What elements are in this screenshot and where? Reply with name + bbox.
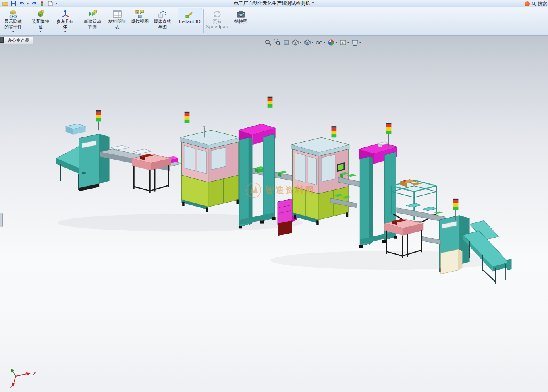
hide-show-items-icon[interactable]: [316, 39, 326, 46]
toolbar-separator: [176, 9, 176, 33]
dropdown-caret-icon[interactable]: [359, 42, 361, 44]
headsup-view-toolbar: [264, 39, 361, 46]
file-properties-icon[interactable]: [47, 0, 54, 6]
dropdown-caret-icon[interactable]: [311, 42, 314, 44]
signal-tower-light: [96, 110, 101, 130]
watermark: 智造资料网: [245, 182, 315, 199]
toolbar-button-label: 爆炸视图: [131, 19, 149, 25]
press-tower-1: [239, 124, 276, 229]
assembly-features-icon: [35, 9, 46, 19]
watermark-logo-icon: [245, 182, 262, 199]
toolbar-separator: [27, 9, 27, 33]
undo-dropdown-caret[interactable]: [27, 3, 29, 5]
dropdown-caret-icon[interactable]: [12, 31, 15, 34]
toolbar-button-label: 装配体特征: [30, 19, 51, 30]
quick-access-toolbar: [0, 0, 58, 6]
toolbar-button-bill-of-materials[interactable]: 材料明细表: [105, 8, 129, 31]
toolbar-button-label: 材料明细表: [106, 19, 128, 30]
new-motion-study-icon: [87, 9, 98, 19]
toolbar-button-show-hidden-components[interactable]: 显示隐藏的零部件: [1, 8, 25, 35]
toolbar-separator: [79, 9, 79, 33]
pink-work-table: [132, 154, 171, 193]
view-orientation-icon[interactable]: [292, 39, 302, 46]
dropdown-caret-icon[interactable]: [299, 42, 302, 44]
options-dropdown-caret[interactable]: [55, 3, 58, 5]
dropdown-caret-icon[interactable]: [347, 42, 349, 44]
toolbar-button-assembly-features[interactable]: 装配体特征: [28, 8, 53, 35]
open-document-icon[interactable]: [2, 0, 9, 6]
signal-tower-light: [268, 97, 273, 125]
save-icon[interactable]: [10, 0, 17, 6]
toolbar-button-reference-geometry[interactable]: 参考几何体: [53, 8, 77, 35]
toolbar-button-label: 拍快照: [234, 19, 247, 25]
dropdown-caret-icon[interactable]: [64, 31, 67, 34]
reference-geometry-icon: [60, 9, 70, 19]
edit-appearance-icon[interactable]: [328, 39, 338, 46]
explode-line-sketch-icon: [157, 9, 168, 19]
toolbar-button-label: 爆炸直线草图: [152, 19, 173, 30]
toolbar-button-explode-line-sketch[interactable]: 爆炸直线草图: [150, 8, 175, 31]
dropdown-caret-icon[interactable]: [323, 42, 326, 44]
solidworks-window: 电子厂自动化无化生产线测试检测机 * 搜索 显示隐藏的零部件 装配体特征: [0, 0, 548, 392]
toolbar-button-label: Instant3D: [179, 19, 201, 25]
toolbar-button-instant3d[interactable]: Instant3D: [178, 8, 202, 25]
toolbar-button-label: 更新Speedpak: [206, 19, 228, 30]
apply-scene-icon[interactable]: [340, 39, 349, 46]
side-tab-office-products[interactable]: 办公室产品: [4, 37, 33, 44]
search-input[interactable]: 搜索: [538, 0, 547, 7]
coordinate-triad: X Z: [8, 364, 41, 389]
undo-icon[interactable]: [18, 0, 25, 6]
view-settings-icon[interactable]: [351, 39, 361, 46]
solidworks-logo-icon: [525, 1, 530, 6]
toolbar-separator: [203, 9, 204, 33]
bill-of-materials-icon: [112, 9, 122, 19]
triad-x-label: X: [33, 371, 37, 376]
toolbar-button-label: 显示隐藏的零部件: [2, 19, 24, 30]
rebuild-icon[interactable]: [39, 0, 46, 6]
graphics-viewport[interactable]: 办公室产品: [0, 36, 548, 392]
instant3d-icon: [185, 9, 195, 19]
title-bar: 电子厂自动化无化生产线测试检测机 * 搜索: [0, 0, 548, 7]
toolbar-button-exploded-view[interactable]: 爆炸视图: [129, 8, 150, 25]
test-machine-1: [180, 126, 240, 212]
assembly-toolbar: 显示隐藏的零部件 装配体特征 参考几何体 新建运动算例: [0, 7, 548, 36]
show-hidden-components-icon: [8, 9, 18, 19]
assembly-model-3d[interactable]: [0, 36, 548, 392]
signal-tower-light: [185, 112, 190, 133]
zoom-fit-icon[interactable]: [264, 39, 272, 46]
redo-icon[interactable]: [30, 0, 37, 6]
toolbar-button-label: 新建运动算例: [82, 19, 103, 30]
toolbar-button-new-motion-study[interactable]: 新建运动算例: [80, 8, 105, 31]
toolbar-button-update-speedpak: 更新Speedpak: [205, 8, 230, 31]
search-icon: [531, 1, 536, 6]
zoom-area-icon[interactable]: [274, 39, 281, 46]
side-tab-label: 办公室产品: [8, 38, 29, 43]
toolbar-button-label: 参考几何体: [54, 19, 76, 30]
watermark-text: 智造资料网: [265, 184, 315, 196]
section-view-icon[interactable]: [283, 39, 290, 46]
toolbar-button-snapshot[interactable]: 拍快照: [232, 8, 250, 25]
window-title: 电子厂自动化无化生产线测试检测机 *: [234, 0, 314, 7]
feature-manager-toggle[interactable]: [0, 37, 4, 43]
dropdown-caret-icon[interactable]: [335, 42, 338, 44]
infeed-cabinet: [79, 134, 109, 191]
exploded-view-icon: [135, 9, 145, 19]
display-style-icon[interactable]: [304, 39, 314, 46]
collapsed-panel-handle[interactable]: [0, 213, 3, 227]
search-box[interactable]: 搜索: [522, 0, 548, 7]
snapshot-icon: [236, 9, 246, 19]
update-speedpak-icon: [212, 9, 222, 19]
dropdown-caret-icon[interactable]: [39, 31, 42, 34]
toolbar-separator: [231, 9, 231, 33]
